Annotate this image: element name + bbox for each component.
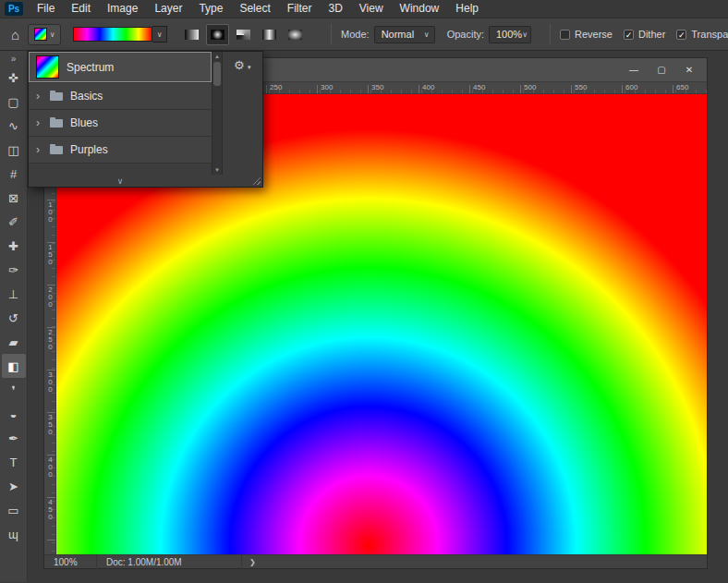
chevron-down-icon: ∨ <box>157 30 163 39</box>
checkbox-box[interactable] <box>560 30 570 40</box>
eraser-tool[interactable]: ▰ <box>2 330 26 354</box>
dodge-tool[interactable]: ◒ <box>2 402 26 426</box>
linear-gradient-icon <box>185 30 199 40</box>
zoom-level-field[interactable]: 100% <box>54 557 96 567</box>
reflected-gradient-button[interactable] <box>258 24 281 45</box>
minimize-button[interactable]: — <box>620 61 648 79</box>
gradient-preview[interactable] <box>73 27 152 42</box>
home-icon[interactable]: ⌂ <box>11 27 19 43</box>
doc-size-info[interactable]: Doc: 1.00M/1.00M <box>96 555 242 569</box>
transparency-checkbox-label: Transpar <box>691 29 728 40</box>
gradient-folder-basics[interactable]: › Basics <box>29 83 212 110</box>
diamond-gradient-icon <box>288 30 302 40</box>
folder-icon <box>50 92 63 101</box>
gradient-item-spectrum[interactable]: Spectrum <box>29 52 212 83</box>
scroll-more-chevron-icon[interactable]: ∨ <box>117 176 124 186</box>
ruler-label: 350 <box>47 414 54 436</box>
ruler-label: 250 <box>270 83 282 91</box>
opacity-label: Opacity: <box>447 29 484 40</box>
menu-3d[interactable]: 3D <box>320 0 350 18</box>
reverse-checkbox-label: Reverse <box>575 29 613 40</box>
linear-gradient-button[interactable] <box>180 24 203 45</box>
dither-checkbox-label: Dither <box>638 29 665 40</box>
folder-label: Purples <box>70 143 108 156</box>
rectangular-marquee-tool[interactable]: ▢ <box>2 90 26 114</box>
opacity-dropdown[interactable]: 100% ∨ <box>489 26 531 43</box>
gradient-type-buttons <box>180 24 307 45</box>
dither-checkbox[interactable]: Dither <box>624 29 665 40</box>
eyedropper-tool[interactable]: ✐ <box>2 210 26 234</box>
lasso-tool[interactable]: ∿ <box>2 114 26 138</box>
gradient-tool[interactable]: ◧ <box>2 354 26 378</box>
menu-filter[interactable]: Filter <box>279 0 321 18</box>
ruler-label: 100 <box>47 201 54 224</box>
healing-brush-tool[interactable]: ✚ <box>2 234 26 258</box>
menu-select[interactable]: Select <box>231 0 278 18</box>
checkbox-box[interactable] <box>624 30 634 40</box>
menu-help[interactable]: Help <box>447 0 487 18</box>
gradient-folder-blues[interactable]: › Blues <box>29 110 212 137</box>
maximize-button[interactable]: ▢ <box>648 61 675 79</box>
panel-resize-grip[interactable] <box>251 176 261 185</box>
diamond-gradient-button[interactable] <box>284 24 307 45</box>
menu-window[interactable]: Window <box>392 0 448 18</box>
ruler-label: 450 <box>473 83 485 91</box>
blur-tool[interactable]: ❜ <box>2 378 26 402</box>
folder-icon <box>50 146 63 154</box>
scroll-up-icon[interactable]: ▴ <box>215 53 219 60</box>
pen-tool[interactable]: ✒ <box>2 426 26 450</box>
hand-tool[interactable]: ɰ <box>2 522 26 546</box>
gradient-folder-purples[interactable]: › Purples <box>29 137 212 164</box>
menu-edit[interactable]: Edit <box>63 0 99 18</box>
scroll-down-icon[interactable]: ▾ <box>215 166 219 174</box>
menu-file[interactable]: File <box>29 0 63 18</box>
checkbox-box[interactable] <box>676 30 686 40</box>
expand-chevron-icon[interactable]: › <box>36 90 42 103</box>
frame-tool[interactable]: ⊠ <box>2 186 26 210</box>
ruler-label: 550 <box>575 83 587 91</box>
ruler-label: 650 <box>676 83 688 91</box>
doc-size-text: Doc: 1.00M/1.00M <box>106 557 182 567</box>
menu-layer[interactable]: Layer <box>146 0 190 18</box>
transparency-checkbox[interactable]: Transpar <box>676 29 728 40</box>
gradient-list: Spectrum › Basics › Blues › Purples ∨ <box>29 52 212 187</box>
chevron-down-icon: ∨ <box>424 30 430 39</box>
expand-chevron-icon[interactable]: › <box>36 143 42 156</box>
radial-gradient-button[interactable] <box>206 24 229 45</box>
history-brush-tool[interactable]: ↺ <box>2 306 26 330</box>
path-selection-tool[interactable]: ➤ <box>2 474 26 498</box>
ruler-label: 300 <box>47 371 54 394</box>
clone-stamp-tool[interactable]: ⊥ <box>2 282 26 306</box>
tool-preset-picker[interactable]: ∨ <box>28 24 61 45</box>
rectangle-tool[interactable]: ▭ <box>2 498 26 522</box>
menu-image[interactable]: Image <box>99 0 146 18</box>
ruler-label: 150 <box>47 244 54 266</box>
expand-chevron-icon[interactable]: › <box>36 116 42 129</box>
menu-type[interactable]: Type <box>190 0 231 18</box>
brush-tool[interactable]: ✑ <box>2 258 26 282</box>
panel-scrollbar[interactable]: ▴ ▾ <box>212 52 223 175</box>
mode-dropdown[interactable]: Normal ∨ <box>374 26 435 43</box>
reverse-checkbox[interactable]: Reverse <box>560 29 613 40</box>
ruler-label: 600 <box>625 83 637 91</box>
options-bar: ⌂ ∨ ∨ Mode: Normal ∨ Opacity: 100% ∨ <box>0 18 728 51</box>
menu-view[interactable]: View <box>351 0 392 18</box>
options-separator <box>331 24 332 44</box>
object-selection-tool[interactable]: ◫ <box>2 138 26 162</box>
crop-tool[interactable]: # <box>2 162 26 186</box>
ruler-label: 350 <box>371 83 383 91</box>
gradient-preset-thumbnail-icon <box>34 28 47 41</box>
close-button[interactable]: ✕ <box>675 61 703 79</box>
folder-icon <box>50 119 63 128</box>
move-tool[interactable]: ✜ <box>2 66 26 90</box>
photoshop-logo-icon: Ps <box>5 2 23 16</box>
status-expand-chevron-icon[interactable]: ❯ <box>249 558 256 566</box>
panel-settings-gear-icon[interactable]: ⚙ <box>234 58 245 72</box>
gradient-picker-toggle[interactable]: ∨ <box>152 26 167 43</box>
mode-value: Normal <box>382 29 414 40</box>
collapse-panels-button[interactable]: » <box>2 52 26 66</box>
angle-gradient-button[interactable] <box>232 24 255 45</box>
type-tool[interactable]: T <box>2 450 26 474</box>
scrollbar-thumb[interactable] <box>213 62 221 86</box>
mode-label: Mode: <box>341 29 370 40</box>
